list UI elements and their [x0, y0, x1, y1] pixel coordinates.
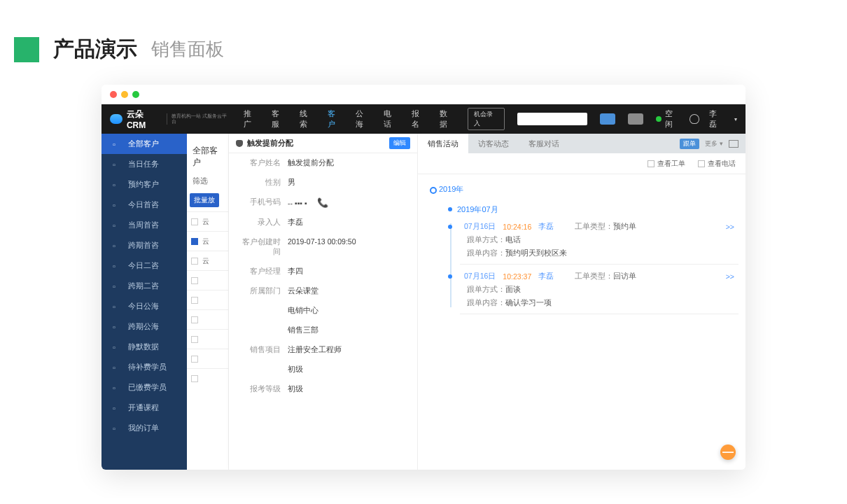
sidebar-item-11[interactable]: ▫待补费学员 [102, 357, 187, 377]
row-text: 云 [202, 237, 209, 246]
user-icon [236, 140, 243, 147]
nav-item-signup[interactable]: 报名 [412, 108, 427, 130]
event-detail-line: 跟单方式：电话 [467, 235, 734, 245]
row-checkbox[interactable] [191, 336, 198, 343]
edit-button[interactable]: 编辑 [389, 137, 410, 149]
field-value: 初级 [288, 384, 407, 394]
sidebar-item-1[interactable]: ▫当日任务 [102, 154, 187, 174]
list-row[interactable]: 云 [187, 211, 228, 231]
sidebar-item-label: 待补费学员 [128, 362, 167, 372]
bell-icon[interactable] [690, 114, 699, 124]
follow-tag[interactable]: 跟单 [680, 139, 699, 149]
list-row[interactable] [187, 309, 228, 329]
app-window: 云朵CRM 教育机构一站 式服务云平台 推广 客服 线索 客户 公海 电话 报名… [102, 85, 746, 470]
check-phone[interactable]: 查看电话 [698, 159, 736, 169]
sidebar-item-0[interactable]: ▫全部客户 [102, 134, 187, 154]
activity-filter-row: 查看工单 查看电话 [418, 153, 746, 174]
sidebar-item-label: 今日首咨 [128, 200, 159, 210]
sidebar-item-label: 静默数据 [128, 342, 159, 352]
call-button[interactable] [600, 113, 615, 125]
chevron-down-icon[interactable]: ▾ [734, 116, 737, 122]
sidebar-item-13[interactable]: ▫开通课程 [102, 398, 187, 418]
window-maximize-icon[interactable] [132, 91, 139, 98]
top-nav: 云朵CRM 教育机构一站 式服务云平台 推广 客服 线索 客户 公海 电话 报名… [102, 104, 746, 134]
page-header: 产品演示 销售面板 [0, 0, 847, 85]
sidebar-item-8[interactable]: ▫今日公海 [102, 296, 187, 316]
event-date: 07月16日 [464, 272, 496, 281]
field-value: 电销中心 [288, 306, 407, 316]
more-button[interactable]: 更多 ▾ [705, 139, 723, 148]
detail-field: 初级 [229, 360, 417, 379]
expand-icon[interactable] [729, 140, 738, 148]
row-checkbox[interactable] [191, 238, 198, 245]
sidebar-item-label: 跨期二咨 [128, 281, 159, 291]
nav-item-sea[interactable]: 公海 [356, 108, 371, 130]
window-minimize-icon[interactable] [121, 91, 128, 98]
event-more-button[interactable]: >> [726, 223, 734, 231]
detail-field: 录入人李磊 [229, 213, 417, 232]
detail-field: 性别男 [229, 173, 417, 192]
field-label: 手机号码 [239, 197, 288, 208]
sidebar-item-14[interactable]: ▫我的订单 [102, 418, 187, 438]
batch-action-button[interactable]: 批量放 [190, 193, 219, 207]
list-row[interactable] [187, 368, 228, 388]
nav-item-data[interactable]: 数据 [440, 108, 455, 130]
event-detail-line: 跟单内容：确认学习一项 [467, 298, 734, 308]
sidebar-item-12[interactable]: ▫已缴费学员 [102, 377, 187, 398]
timeline-event: 07月16日10:24:16李磊工单类型：预约单>>跟单方式：电话跟单内容：预约… [460, 222, 738, 265]
sidebar-item-7[interactable]: ▫跨期二咨 [102, 276, 187, 296]
filter-label[interactable]: 筛选 [187, 173, 228, 189]
row-checkbox[interactable] [191, 218, 198, 225]
user-name[interactable]: 李磊 [709, 108, 724, 130]
list-row[interactable] [187, 329, 228, 349]
sidebar-item-6[interactable]: ▫今日二咨 [102, 255, 187, 276]
window-close-icon[interactable] [110, 91, 117, 98]
sidebar-item-2[interactable]: ▫预约客户 [102, 174, 187, 195]
row-checkbox[interactable] [191, 297, 198, 304]
phone-icon[interactable]: 📞 [317, 197, 328, 208]
customer-list-column: 全部客户 筛选 批量放 云云云 [187, 134, 229, 470]
list-row[interactable] [187, 290, 228, 309]
tab-service-chat[interactable]: 客服对话 [519, 134, 569, 153]
check-workorder[interactable]: 查看工单 [648, 159, 685, 169]
sidebar-item-3[interactable]: ▫今日首咨 [102, 195, 187, 215]
row-checkbox[interactable] [191, 375, 198, 382]
list-row[interactable]: 云 [187, 231, 228, 251]
row-checkbox[interactable] [191, 277, 198, 284]
list-row[interactable] [187, 270, 228, 290]
page-title-main: 产品演示 [53, 35, 137, 64]
row-checkbox[interactable] [191, 258, 198, 265]
sidebar-icon: ▫ [113, 363, 121, 372]
search-input[interactable] [517, 113, 587, 125]
opportunity-button[interactable]: 机会录入 [468, 108, 505, 130]
field-label [239, 306, 288, 316]
row-checkbox[interactable] [191, 356, 198, 363]
brand-logo[interactable]: 云朵CRM 教育机构一站 式服务云平台 [110, 108, 231, 130]
list-row[interactable]: 云 [187, 251, 228, 270]
field-label: 报考等级 [239, 384, 288, 394]
nav-item-promo[interactable]: 推广 [244, 108, 259, 130]
sidebar-item-label: 当日任务 [128, 159, 159, 169]
sidebar-item-4[interactable]: ▫当周首咨 [102, 215, 187, 235]
float-action-button[interactable]: — [720, 444, 736, 460]
detail-header: 触发提前分配 编辑 [229, 134, 417, 153]
sidebar-icon: ▫ [113, 302, 121, 311]
list-row[interactable] [187, 349, 228, 368]
nav-item-customer[interactable]: 客户 [328, 108, 343, 130]
tab-visitor[interactable]: 访客动态 [468, 134, 519, 153]
tab-sales-activity[interactable]: 销售活动 [418, 134, 468, 153]
sidebar-item-label: 我的订单 [128, 423, 159, 433]
sidebar-item-5[interactable]: ▫跨期首咨 [102, 235, 187, 255]
hangup-button[interactable] [628, 113, 643, 125]
sidebar-item-label: 当周首咨 [128, 220, 159, 230]
nav-item-leads[interactable]: 线索 [300, 108, 315, 130]
customer-list-title: 全部客户 [187, 141, 228, 173]
sidebar-item-10[interactable]: ▫静默数据 [102, 337, 187, 357]
nav-item-service[interactable]: 客服 [272, 108, 287, 130]
sidebar-item-9[interactable]: ▫跨期公海 [102, 316, 187, 337]
sidebar: ▫全部客户▫当日任务▫预约客户▫今日首咨▫当周首咨▫跨期首咨▫今日二咨▫跨期二咨… [102, 134, 187, 470]
event-more-button[interactable]: >> [726, 272, 734, 281]
row-checkbox[interactable] [191, 316, 198, 323]
sidebar-item-label: 今日二咨 [128, 260, 159, 271]
nav-item-phone[interactable]: 电话 [384, 108, 399, 130]
